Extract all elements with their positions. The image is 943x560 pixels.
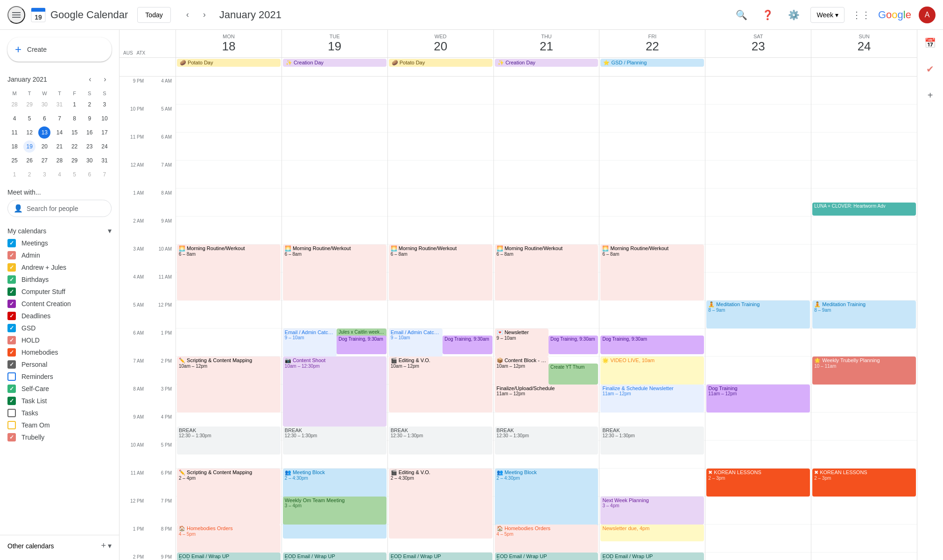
calendar-item-content-creation[interactable]: Content Creation xyxy=(0,298,119,310)
event-thu-newsletter[interactable]: 💌 Newsletter 9 – 10am xyxy=(495,329,549,357)
event-thu-dog-training[interactable]: Dog Training, 9:30am xyxy=(549,336,598,354)
event-sun-weekly-trubelly[interactable]: 🌟 Weekly Trubelly Planning 10 – 11am xyxy=(812,357,916,385)
mini-day[interactable]: 23 xyxy=(84,140,96,153)
mini-day[interactable]: 8 xyxy=(69,112,81,125)
mini-day[interactable]: 10 xyxy=(99,112,111,125)
event-sat-dog-training[interactable]: Dog Training 11am – 12pm xyxy=(706,385,810,413)
mini-day[interactable]: 20 xyxy=(38,140,50,153)
grid-button[interactable]: ⋮⋮ xyxy=(852,6,871,24)
other-calendars-header[interactable]: Other calendars + ▾ xyxy=(0,539,119,553)
help-button[interactable]: ❓ xyxy=(758,6,777,24)
calendar-item-tasks[interactable]: Tasks xyxy=(0,407,119,419)
mini-day[interactable]: 30 xyxy=(84,154,96,167)
mini-day[interactable]: 22 xyxy=(69,140,81,153)
day-col-sat[interactable]: 🧘 Meditation Training 8 – 9am Dog Traini… xyxy=(705,77,811,560)
calendar-item-task-list[interactable]: Task List xyxy=(0,395,119,407)
calendar-item-gsd[interactable]: GSD xyxy=(0,322,119,334)
allday-event-fri-1[interactable]: ⭐ GSD / Planning xyxy=(600,59,704,67)
mini-day[interactable]: 15 xyxy=(69,126,81,139)
calendar-item-personal[interactable]: Personal xyxy=(0,358,119,371)
event-mon-scripting[interactable]: ✏️ Scripting & Content Mapping 10am – 12… xyxy=(177,357,281,413)
event-fri-dog-training[interactable]: Dog Training, 9:30am xyxy=(600,336,704,354)
event-wed-eod[interactable]: EOD Email / Wrap UP 5 – 6pm xyxy=(389,553,493,560)
event-mon-break[interactable]: BREAK 12:30 – 1:30pm xyxy=(177,427,281,455)
day-header-wed[interactable]: WED 20 xyxy=(387,30,493,57)
mini-day[interactable]: 3 xyxy=(38,168,50,181)
mini-day[interactable]: 29 xyxy=(69,154,81,167)
allday-event-thu-1[interactable]: ✨ Creation Day xyxy=(495,59,598,67)
search-button[interactable]: 🔍 xyxy=(732,6,751,24)
event-thu-eod[interactable]: EOD Email / Wrap UP 5 – 6pm xyxy=(495,553,598,560)
allday-event-mon-1[interactable]: 🥔 Potato Day xyxy=(177,59,281,67)
mini-day[interactable]: 1 xyxy=(69,98,81,111)
mini-day[interactable]: 6 xyxy=(38,112,50,125)
day-col-wed[interactable]: 🌅 Morning Routine/Werkout 6 – 8am Email … xyxy=(387,77,493,560)
mini-day[interactable]: 30 xyxy=(38,98,50,111)
calendar-item-trubelly[interactable]: Trubelly xyxy=(0,431,119,443)
mini-day[interactable]: 4 xyxy=(8,112,21,125)
mini-day[interactable]: 12 xyxy=(23,126,35,139)
search-people-input[interactable]: 👤 Search for people xyxy=(7,200,112,217)
event-tue-morning[interactable]: 🌅 Morning Routine/Werkout 6 – 8am xyxy=(283,245,387,301)
day-col-tue[interactable]: 🌅 Morning Routine/Werkout 6 – 8am Email … xyxy=(281,77,387,560)
day-col-mon[interactable]: 🌅 Morning Routine/Werkout 6 – 8am ✏️ Scr… xyxy=(176,77,281,560)
day-header-fri[interactable]: FRI 22 xyxy=(599,30,705,57)
mini-day-today[interactable]: 13 xyxy=(38,126,50,139)
event-tue-weekly-om[interactable]: Weekly Om Team Meeting 3 – 4pm xyxy=(283,497,387,525)
mini-day[interactable]: 31 xyxy=(99,154,111,167)
event-fri-morning[interactable]: 🌅 Morning Routine/Werkout 6 – 8am xyxy=(600,245,704,301)
add-calendar-icon[interactable]: + xyxy=(101,541,106,551)
mini-day[interactable]: 7 xyxy=(53,112,65,125)
allday-event-wed-1[interactable]: 🥔 Potato Day xyxy=(389,59,493,67)
mini-day[interactable]: 26 xyxy=(23,154,35,167)
event-fri-eod[interactable]: EOD Email / Wrap UP 5 – 6pm xyxy=(600,553,704,560)
day-header-thu[interactable]: THU 21 xyxy=(493,30,599,57)
mini-day[interactable]: 7 xyxy=(99,168,111,181)
day-header-sat[interactable]: SAT 23 xyxy=(705,30,811,57)
calendar-item-admin[interactable]: Admin xyxy=(0,249,119,261)
event-sun-luna-clover[interactable]: LUNA + CLOVER: Heartworm Adv xyxy=(812,203,916,216)
mini-day[interactable]: 5 xyxy=(69,168,81,181)
event-thu-finalize[interactable]: Finalize/Upload/Schedule 11am – 12pm xyxy=(495,385,598,413)
event-tue-dog-training[interactable]: Dog Training, 9:30am xyxy=(337,336,386,354)
mini-day[interactable]: 29 xyxy=(23,98,35,111)
mini-day[interactable]: 28 xyxy=(53,154,65,167)
mini-day[interactable]: 21 xyxy=(53,140,65,153)
calendar-item-birthdays[interactable]: Birthdays xyxy=(0,273,119,286)
event-thu-morning[interactable]: 🌅 Morning Routine/Werkout 6 – 8am xyxy=(495,245,598,301)
day-col-sun[interactable]: LUNA + CLOVER: Heartworm Adv 🧘 Meditatio… xyxy=(811,77,917,560)
event-wed-editing2[interactable]: 🎬 Editing & V.O. 2 – 4:30pm xyxy=(389,469,493,539)
calendar-item-deadlines[interactable]: Deadlines xyxy=(0,310,119,322)
my-calendars-header[interactable]: My calendars ▾ xyxy=(0,224,119,237)
event-fri-break[interactable]: BREAK 12:30 – 1:30pm xyxy=(600,427,704,455)
mini-day[interactable]: 28 xyxy=(8,98,21,111)
right-calendar-icon[interactable]: 📅 xyxy=(921,34,940,52)
event-mon-morning[interactable]: 🌅 Morning Routine/Werkout 6 – 8am xyxy=(177,245,281,301)
mini-next-button[interactable]: › xyxy=(99,73,112,86)
mini-day[interactable]: 1 xyxy=(8,168,21,181)
event-wed-dog-training[interactable]: Dog Training, 9:30am xyxy=(443,336,492,354)
mini-day[interactable]: 24 xyxy=(99,140,111,153)
view-selector[interactable]: Week ▾ xyxy=(810,7,844,23)
day-header-mon[interactable]: MON 18 xyxy=(176,30,281,57)
event-wed-morning[interactable]: 🌅 Morning Routine/Werkout 6 – 8am xyxy=(389,245,493,301)
event-fri-newsletter-finalize[interactable]: Finalize & Schedule Newsletter 11am – 12… xyxy=(600,385,704,413)
event-thu-create-yt[interactable]: Create YT Thum xyxy=(549,364,598,385)
event-mon-homebodies[interactable]: 🏠 Homebodies Orders 4 – 5pm xyxy=(177,525,281,553)
mini-prev-button[interactable]: ‹ xyxy=(84,73,97,86)
mini-day[interactable]: 2 xyxy=(23,168,35,181)
event-sun-meditation[interactable]: 🧘 Meditation Training 8 – 9am xyxy=(812,301,916,329)
calendar-item-computer-stuff[interactable]: Computer Stuff xyxy=(0,286,119,298)
event-thu-break[interactable]: BREAK 12:30 – 1:30pm xyxy=(495,427,598,455)
today-button[interactable]: Today xyxy=(137,7,170,23)
allday-event-tue-1[interactable]: ✨ Creation Day xyxy=(283,59,387,67)
mini-day[interactable]: 2 xyxy=(84,98,96,111)
mini-day[interactable]: 25 xyxy=(8,154,21,167)
event-sun-korean[interactable]: ✖ KOREAN LESSONS 2 – 3pm xyxy=(812,469,916,497)
event-tue-email[interactable]: Email / Admin Catch-Up 9 – 10am xyxy=(283,329,337,357)
event-wed-editing[interactable]: 🎬 Editing & V.O. 10am – 12pm xyxy=(389,357,493,413)
calendar-item-meetings[interactable]: Meetings xyxy=(0,237,119,249)
event-wed-break[interactable]: BREAK 12:30 – 1:30pm xyxy=(389,427,493,455)
event-thu-homebodies[interactable]: 🏠 Homebodies Orders 4 – 5pm xyxy=(495,525,598,553)
mini-day[interactable]: 5 xyxy=(23,112,35,125)
